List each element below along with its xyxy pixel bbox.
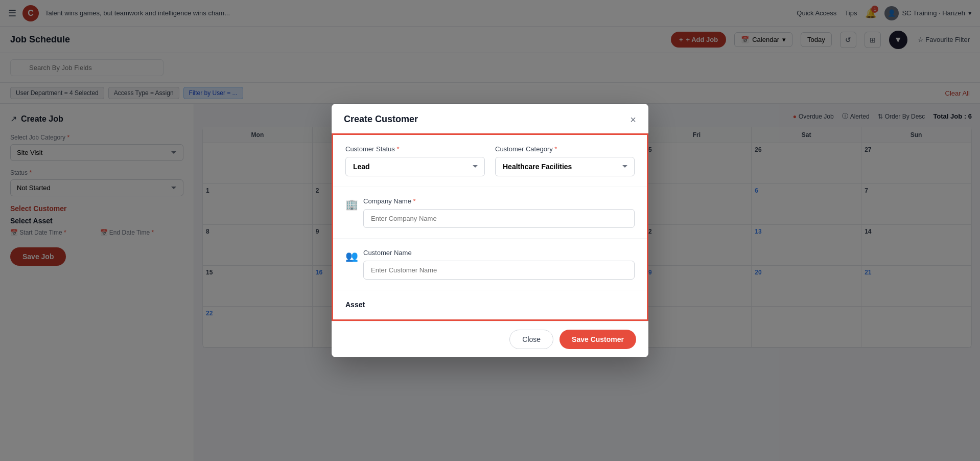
modal-overlay[interactable]: Create Customer × Customer Status * Lead… (0, 0, 980, 461)
required-indicator: * (396, 145, 399, 153)
customer-name-field-group: 👥 Customer Name (345, 249, 635, 280)
required-indicator: * (413, 197, 416, 205)
asset-title: Asset (345, 301, 635, 309)
company-name-label: Company Name * (363, 197, 635, 205)
customer-category-select[interactable]: Healthcare Facilities Retail Education (495, 157, 635, 176)
create-customer-modal: Create Customer × Customer Status * Lead… (332, 104, 648, 357)
company-name-section: 🏢 Company Name * (333, 187, 647, 239)
modal-body: Customer Status * Lead Active Inactive C… (332, 133, 648, 321)
asset-section: Asset (333, 290, 647, 319)
save-customer-button[interactable]: Save Customer (559, 330, 636, 349)
company-name-input[interactable] (363, 209, 635, 228)
customer-name-label: Customer Name (363, 249, 635, 257)
company-name-inner: Company Name * (363, 197, 635, 228)
customer-status-select[interactable]: Lead Active Inactive (345, 157, 485, 176)
close-button[interactable]: Close (509, 330, 553, 349)
building-icon: 🏢 (345, 198, 358, 211)
customer-status-label: Customer Status * (345, 145, 485, 153)
modal-header: Create Customer × (332, 104, 648, 133)
required-indicator: * (554, 145, 557, 153)
customer-category-field: Customer Category * Healthcare Facilitie… (495, 145, 635, 176)
modal-close-button[interactable]: × (630, 114, 636, 125)
people-icon: 👥 (345, 250, 358, 262)
customer-status-field: Customer Status * Lead Active Inactive (345, 145, 485, 176)
status-category-row: Customer Status * Lead Active Inactive C… (345, 145, 635, 176)
customer-name-input[interactable] (363, 261, 635, 280)
company-name-field-group: 🏢 Company Name * (345, 197, 635, 228)
customer-category-label: Customer Category * (495, 145, 635, 153)
modal-title: Create Customer (344, 114, 418, 125)
customer-name-inner: Customer Name (363, 249, 635, 280)
customer-name-section: 👥 Customer Name (333, 239, 647, 290)
modal-footer: Close Save Customer (332, 321, 648, 357)
status-category-section: Customer Status * Lead Active Inactive C… (333, 135, 647, 187)
